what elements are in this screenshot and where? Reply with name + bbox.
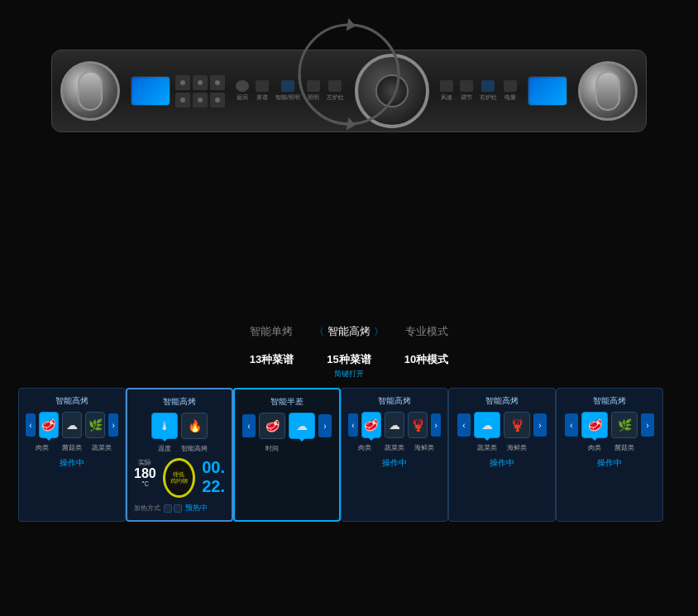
rotation-arrow-icon xyxy=(283,8,415,141)
panel-icon-row-r3[interactable]: 右炉灶 xyxy=(480,80,497,102)
card-icon-labels-1: 温度 智能高烤 xyxy=(134,444,225,453)
panel-icon-row-1[interactable]: 返回 xyxy=(236,80,249,102)
card-title-4: 智能高烤 xyxy=(456,395,548,407)
icon-btn-5[interactable] xyxy=(193,93,208,107)
card-arrow-right-5[interactable]: › xyxy=(641,413,654,437)
food-icon-2-1[interactable]: ☁ xyxy=(289,413,315,439)
card-3[interactable]: 智能高烤 ‹ 🥩 ☁ 🦞 › 肉类 蔬菜类 海鲜类 操作中 xyxy=(341,388,448,522)
card-status-4: 操作中 xyxy=(456,457,548,469)
card-icon-labels-5: 肉类 菌菇类 xyxy=(563,443,656,452)
icon-btn-3[interactable] xyxy=(210,75,225,90)
card-status-3: 操作中 xyxy=(348,457,441,469)
food-icon-1-1[interactable]: 🔥 xyxy=(181,413,208,439)
label-5-1: 菌菇类 xyxy=(611,443,638,452)
stats-row: 13种菜谱 15种菜谱 简键打开 10种模式 xyxy=(0,352,698,380)
right-knob[interactable] xyxy=(578,61,638,121)
card-4[interactable]: 智能高烤 ‹ ☁ 🦞 › 蔬菜类 海鲜类 操作中 xyxy=(448,388,556,522)
left-screen xyxy=(131,76,170,106)
heat-dot-2 xyxy=(174,504,182,513)
mode-selector: 智能单烤 〈 智能高烤 〉 专业模式 xyxy=(0,322,698,341)
card-bottom-1: 加热方式 预热中 xyxy=(134,503,225,513)
card-arrow-right-4[interactable]: › xyxy=(533,413,547,437)
card-arrow-right-0[interactable]: › xyxy=(108,413,118,437)
knob-inner-left xyxy=(78,71,103,111)
icon-btn-2[interactable] xyxy=(193,75,208,90)
food-icon-3-1[interactable]: ☁ xyxy=(385,412,404,438)
card-icon-labels-4: 蔬菜类 海鲜类 xyxy=(456,443,548,452)
card-arrow-left-2[interactable]: ‹ xyxy=(242,414,256,437)
card-2[interactable]: 智能半差 ‹ 🥩 ☁ › 时间 xyxy=(233,388,341,522)
food-icon-5-1[interactable]: 🌿 xyxy=(611,412,638,438)
knob-inner-right xyxy=(595,71,620,111)
card-5[interactable]: 智能高烤 ‹ 🥩 🌿 › 肉类 菌菇类 操作中 xyxy=(556,388,663,522)
panel-icon-row-r2[interactable]: 调节 xyxy=(460,80,473,102)
label-3-2: 海鲜类 xyxy=(411,443,437,452)
mode-label-right[interactable]: 专业模式 xyxy=(405,324,448,339)
label-1-0: 温度 xyxy=(151,444,178,453)
heating-text: 预热中 xyxy=(185,503,208,513)
left-knob[interactable] xyxy=(60,61,120,121)
food-icon-3-0[interactable]: 🥩 xyxy=(361,412,381,438)
bottom-section: 智能单烤 〈 智能高烤 〉 专业模式 13种菜谱 15种菜谱 简键打开 10种模… xyxy=(0,322,698,522)
temp-value: 180 xyxy=(134,467,156,480)
stat-item-1: 15种菜谱 简键打开 xyxy=(327,352,371,380)
panel-icons-right: 风速 调节 右炉灶 电量 xyxy=(440,80,517,102)
card-icons-5: ‹ 🥩 🌿 › xyxy=(563,412,656,438)
chevron-left-icon: 〈 xyxy=(314,325,324,339)
card-title-5: 智能高烤 xyxy=(563,395,656,407)
icon-btn-6[interactable] xyxy=(210,93,225,107)
food-icon-0-2[interactable]: 🌿 xyxy=(85,412,105,438)
card-arrow-left-3[interactable]: ‹ xyxy=(348,413,358,437)
label-2-0: 时间 xyxy=(259,444,285,453)
left-icon-grid xyxy=(175,75,225,107)
card-title-0: 智能高烤 xyxy=(26,395,118,407)
stat-item-2: 10种模式 xyxy=(404,352,448,367)
food-icon-1-0[interactable]: 🌡 xyxy=(151,413,178,439)
heat-icons xyxy=(164,504,182,513)
food-icon-5-0[interactable]: 🥩 xyxy=(581,412,608,438)
panel-icon-row-2[interactable]: 菜谱 xyxy=(256,80,269,102)
card-icon-labels-2: 时间 xyxy=(241,444,332,453)
card-arrow-left-5[interactable]: ‹ xyxy=(565,413,578,437)
stat-number-2: 10种模式 xyxy=(404,352,448,367)
label-4-1: 海鲜类 xyxy=(504,443,530,452)
food-icon-4-0[interactable]: ☁ xyxy=(474,412,500,438)
heat-label: 加热方式 xyxy=(134,504,160,513)
card-icon-labels-0: 肉类 菌菇类 蔬菜类 xyxy=(26,443,118,452)
card-title-2: 智能半差 xyxy=(241,396,332,408)
food-icon-0-0[interactable]: 🥩 xyxy=(39,412,59,438)
label-4-0: 蔬菜类 xyxy=(474,443,500,452)
right-screen xyxy=(528,76,567,106)
card-icons-3: ‹ 🥩 ☁ 🦞 › xyxy=(348,412,441,438)
label-0-1: 菌菇类 xyxy=(59,443,85,452)
card-0[interactable]: 智能高烤 ‹ 🥩 ☁ 🌿 › 肉类 菌菇类 蔬菜类 操作中 xyxy=(18,388,126,522)
card-extra-data-1: 实际 180 ℃ 锂低鸡约钢 00.22. xyxy=(134,458,225,498)
mode-active[interactable]: 〈 智能高烤 〉 xyxy=(306,322,392,341)
heat-dot-1 xyxy=(164,504,172,513)
food-icon-3-2[interactable]: 🦞 xyxy=(408,412,428,438)
card-1[interactable]: 智能高烤 🌡 🔥 温度 智能高烤 实际 180 ℃ 锂低鸡约钢 00.22. xyxy=(126,388,233,522)
temp-block: 实际 180 ℃ xyxy=(134,458,156,488)
label-3-0: 肉类 xyxy=(351,443,378,452)
label-1-1: 智能高烤 xyxy=(181,444,208,453)
card-arrow-left-4[interactable]: ‹ xyxy=(457,413,471,437)
icon-btn-1[interactable] xyxy=(175,75,190,90)
food-icon-4-1[interactable]: 🦞 xyxy=(504,412,530,438)
card-icons-1: 🌡 🔥 xyxy=(134,413,225,439)
label-2-1 xyxy=(289,444,315,453)
panel-icon-row-r4[interactable]: 电量 xyxy=(504,80,517,102)
card-arrow-right-3[interactable]: › xyxy=(431,413,441,437)
chevron-right-icon: 〉 xyxy=(374,325,384,339)
food-icon-2-0[interactable]: 🥩 xyxy=(259,413,285,439)
stat-item-0: 13种菜谱 xyxy=(250,352,294,367)
timer-block: 00.22. xyxy=(202,458,225,496)
food-icon-0-1[interactable]: ☁ xyxy=(62,412,82,438)
panel-icon-row-r1[interactable]: 风速 xyxy=(440,80,453,102)
card-icons-0: ‹ 🥩 ☁ 🌿 › xyxy=(26,412,118,438)
icon-btn-4[interactable] xyxy=(175,93,190,107)
card-arrow-left-0[interactable]: ‹ xyxy=(26,413,36,437)
mode-label-left[interactable]: 智能单烤 xyxy=(250,324,293,339)
card-status-0: 操作中 xyxy=(26,457,118,469)
card-icon-labels-3: 肉类 蔬菜类 海鲜类 xyxy=(348,443,441,452)
card-arrow-right-2[interactable]: › xyxy=(318,414,332,437)
